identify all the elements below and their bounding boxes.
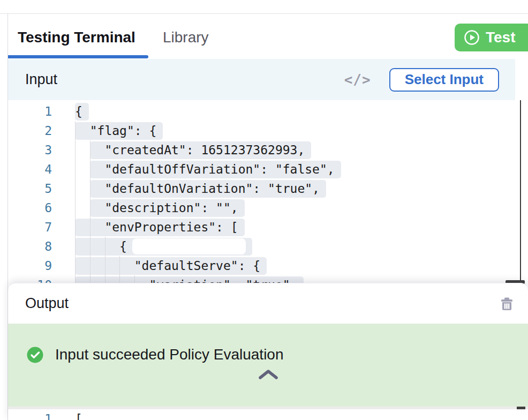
code-line: 3 "createdAt": 1651237362993, <box>8 140 521 160</box>
active-tab-underline <box>8 55 148 58</box>
input-code-editor[interactable]: 1{2 "flag": {3 "createdAt": 165123736299… <box>8 100 521 283</box>
tab-library[interactable]: Library <box>163 29 209 46</box>
code-line-text: "createdAt": 1651237362993, <box>75 140 311 160</box>
code-line-text: [ <box>75 409 82 420</box>
top-divider <box>0 13 528 14</box>
success-message: Input succeeded Policy Evaluation <box>55 346 284 363</box>
select-input-button[interactable]: Select Input <box>389 68 499 92</box>
code-line: 8 { <box>8 237 521 256</box>
success-banner: Input succeeded Policy Evaluation <box>8 324 528 407</box>
code-line: 1[ <box>8 409 528 420</box>
chevron-up-icon <box>258 369 278 380</box>
code-line-text: "description": "", <box>75 198 245 218</box>
line-number: 9 <box>8 259 59 273</box>
code-line-text: "defaultOnVariation": "true", <box>75 179 326 198</box>
line-number: 2 <box>8 124 59 138</box>
code-line-text: { <box>75 237 252 256</box>
code-line-text: "flag": { <box>75 121 163 140</box>
output-panel-header: Output <box>8 283 528 324</box>
code-line-text: "defaultOffVariation": "false", <box>75 160 341 179</box>
line-number: 3 <box>8 143 59 157</box>
line-number: 5 <box>8 182 59 196</box>
indent-guide <box>119 256 120 283</box>
input-panel-header: Input </> Select Input <box>8 59 515 100</box>
output-code-editor[interactable]: 1[ <box>8 409 528 420</box>
line-number: 7 <box>8 220 59 234</box>
line-number: 1 <box>8 412 59 420</box>
line-number: 6 <box>8 201 59 215</box>
clear-output-button[interactable] <box>500 296 514 311</box>
test-button[interactable]: Test <box>455 24 528 51</box>
code-line-text: "variation": "true", <box>75 275 304 283</box>
indent-guide <box>134 275 135 283</box>
code-line: 4 "defaultOffVariation": "false", <box>8 160 521 179</box>
line-number: 1 <box>8 104 59 118</box>
code-line: 10 "variation": "true", <box>8 275 521 283</box>
code-line: 6 "description": "", <box>8 198 521 218</box>
trash-icon <box>500 296 514 311</box>
output-panel: Output <box>8 283 528 420</box>
code-line-text: "envProperties": [ <box>75 218 245 237</box>
code-view-icon[interactable]: </> <box>344 72 371 88</box>
line-number: 10 <box>8 278 59 283</box>
code-line: 1{ <box>8 102 521 121</box>
code-line: 2 "flag": { <box>8 121 521 140</box>
success-check-icon <box>27 347 43 363</box>
tab-testing-terminal[interactable]: Testing Terminal <box>18 29 135 46</box>
test-button-label: Test <box>486 29 516 46</box>
input-panel-title: Input <box>25 71 57 88</box>
indent-guide <box>90 140 90 283</box>
code-line-text: { <box>75 102 89 121</box>
code-line: 5 "defaultOnVariation": "true", <box>8 179 521 198</box>
code-line-text: "defaultServe": { <box>75 256 267 275</box>
editor-vertical-scrollbar[interactable] <box>520 100 521 285</box>
code-line: 7 "envProperties": [ <box>8 218 521 237</box>
testing-terminal-page: Testing Terminal Library Test Input </> … <box>0 0 528 420</box>
collapse-banner-button[interactable] <box>256 366 281 382</box>
play-circle-icon <box>463 29 480 46</box>
output-panel-title: Output <box>25 295 69 312</box>
selection-gap <box>132 238 246 254</box>
line-number: 4 <box>8 162 59 176</box>
line-number: 8 <box>8 239 59 253</box>
indent-guide <box>75 121 76 283</box>
indent-guide <box>105 237 105 283</box>
code-line: 9 "defaultServe": { <box>8 256 521 275</box>
